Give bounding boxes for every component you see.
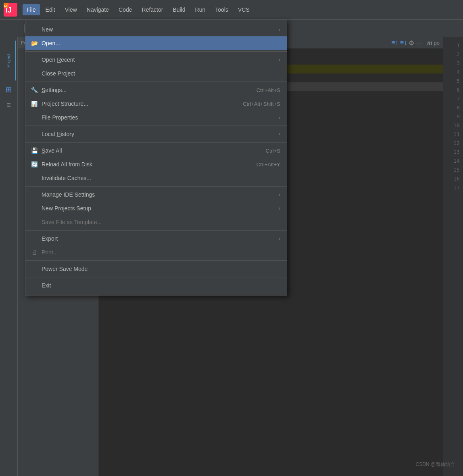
line-12: 12 [453, 139, 460, 148]
menu-item-power-save[interactable]: Power Save Mode [25, 262, 287, 276]
line-3: 3 [457, 59, 460, 68]
line-numbers: 1 2 3 4 5 6 7 8 9 10 11 12 13 14 15 16 1… [443, 37, 463, 476]
menu-section-6: Manage IDE Settings › New Projects Setup… [25, 187, 287, 231]
close-project-label: Close Project [42, 70, 280, 77]
menu-item-exit[interactable]: Exit [25, 279, 287, 292]
new-projects-setup-arrow: › [279, 205, 280, 211]
menu-item-settings[interactable]: 🔧 Settings... Ctrl+Alt+S [25, 83, 287, 97]
sidebar-tab-label: Project [6, 54, 11, 67]
sidebar-icon-1[interactable]: ⊞ [2, 83, 15, 96]
invalidate-caches-label: Invalidate Caches... [42, 175, 280, 181]
line-16: 16 [453, 174, 460, 183]
line-17: 17 [453, 183, 460, 192]
save-all-shortcut: Ctrl+S [266, 148, 280, 154]
line-4: 4 [457, 68, 460, 77]
menu-section-3: 🔧 Settings... Ctrl+Alt+S 📊 Project Struc… [25, 82, 287, 126]
open-recent-arrow: › [279, 57, 280, 63]
menu-item-reload-disk[interactable]: 🔄 Reload All from Disk Ctrl+Alt+Y [25, 157, 287, 171]
line-7: 7 [457, 94, 460, 103]
open-label: Open... [42, 40, 280, 46]
reload-shortcut: Ctrl+Alt+Y [257, 161, 280, 168]
menu-item-open[interactable]: 📂 Open... [25, 36, 287, 50]
line-9: 9 [457, 112, 460, 121]
line-6: 6 [457, 86, 460, 94]
new-arrow: › [279, 27, 280, 32]
project-structure-icon: 📊 [30, 100, 38, 108]
menu-item-new-projects-setup[interactable]: New Projects Setup › [25, 201, 287, 215]
menu-item-local-history[interactable]: Local History › [25, 127, 287, 141]
print-label: Print... [42, 249, 280, 256]
manage-ide-arrow: › [279, 192, 280, 197]
menu-item-print: 🖨 Print... [25, 245, 287, 259]
save-all-label: Save All [42, 147, 266, 154]
editor-tab-label: po [434, 40, 440, 46]
line-11: 11 [453, 130, 460, 139]
menu-code[interactable]: Code [115, 4, 136, 15]
open-recent-label: Open Recent [42, 57, 279, 63]
menu-section-8: Power Save Mode [25, 261, 287, 277]
menu-section-7: Export › 🖨 Print... [25, 231, 287, 261]
line-2: 2 [457, 50, 460, 59]
svg-text:IJ: IJ [4, 4, 7, 8]
local-history-arrow: › [279, 131, 280, 137]
menu-navigate[interactable]: Navigate [83, 4, 113, 15]
menu-section-1: New › 📂 Open... [25, 21, 287, 52]
reload-label: Reload All from Disk [42, 161, 257, 168]
menu-build[interactable]: Build [169, 4, 189, 15]
menu-section-2: Open Recent › Close Project [25, 52, 287, 82]
new-projects-setup-label: New Projects Setup [42, 205, 279, 212]
watermark: CSDN @魔仙结合 [415, 461, 455, 468]
new-label: New [42, 26, 279, 33]
menu-item-project-structure[interactable]: 📊 Project Structure... Ctrl+Alt+Shift+S [25, 97, 287, 111]
menu-item-manage-ide[interactable]: Manage IDE Settings › [25, 188, 287, 201]
export-arrow: › [279, 236, 280, 241]
project-structure-label: Project Structure... [42, 101, 243, 107]
menu-section-4: Local History › [25, 126, 287, 143]
file-properties-label: File Properties [42, 114, 279, 121]
reload-icon: 🔄 [30, 160, 38, 168]
menu-vcs[interactable]: VCS [234, 4, 254, 15]
export-label: Export [42, 235, 279, 242]
settings-shortcut: Ctrl+Alt+S [257, 87, 280, 93]
editor-tool-1[interactable]: ≡↑ [392, 39, 398, 46]
project-structure-shortcut: Ctrl+Alt+Shift+S [243, 101, 280, 107]
menu-item-new[interactable]: New › [25, 23, 287, 36]
menu-item-close-project[interactable]: Close Project [25, 67, 287, 80]
menu-item-export[interactable]: Export › [25, 232, 287, 245]
editor-tool-2[interactable]: ≡↓ [400, 39, 407, 46]
menu-item-invalidate-caches[interactable]: Invalidate Caches... [25, 171, 287, 185]
editor-minimize-icon[interactable]: — [416, 39, 422, 46]
m-icon: m [427, 39, 432, 46]
file-menu-dropdown: New › 📂 Open... Open Recent › Close Proj… [25, 19, 287, 296]
file-properties-arrow: › [279, 115, 280, 120]
left-sidebar: Project ⊞ ≡ [0, 37, 18, 476]
line-1: 1 [457, 41, 460, 50]
settings-label: Settings... [42, 87, 257, 93]
menu-run[interactable]: Run [191, 4, 210, 15]
sidebar-tab-project[interactable]: Project [2, 40, 16, 81]
sidebar-icon-2[interactable]: ≡ [2, 99, 15, 111]
line-13: 13 [453, 148, 460, 157]
line-8: 8 [457, 103, 460, 112]
menu-section-9: Exit [25, 277, 287, 294]
line-14: 14 [453, 157, 460, 166]
menu-item-open-recent[interactable]: Open Recent › [25, 53, 287, 67]
menu-file[interactable]: File [23, 4, 40, 15]
menu-tools[interactable]: Tools [211, 4, 232, 15]
menu-view[interactable]: View [61, 4, 81, 15]
editor-m-label: m po [427, 39, 440, 46]
save-template-label: Save File as Template... [42, 219, 280, 225]
power-save-label: Power Save Mode [42, 266, 280, 272]
menu-refactor[interactable]: Refactor [138, 4, 167, 15]
menu-item-save-all[interactable]: 💾 Save All Ctrl+S [25, 144, 287, 157]
print-icon: 🖨 [30, 248, 38, 256]
menu-item-file-properties[interactable]: File Properties › [25, 111, 287, 124]
menu-edit[interactable]: Edit [42, 4, 59, 15]
exit-label: Exit [42, 282, 280, 289]
manage-ide-label: Manage IDE Settings [42, 191, 279, 198]
line-5: 5 [457, 77, 460, 86]
local-history-label: Local History [42, 131, 279, 137]
menu-item-save-template: Save File as Template... [25, 215, 287, 229]
save-icon: 💾 [30, 147, 38, 155]
editor-settings-icon[interactable]: ⚙ [409, 39, 414, 47]
